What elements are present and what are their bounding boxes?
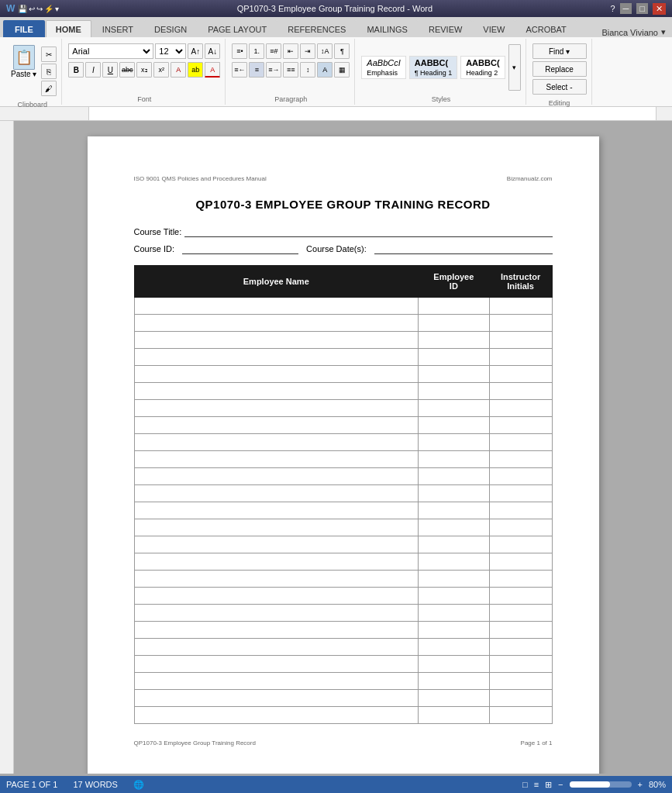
tab-acrobat[interactable]: ACROBAT	[515, 20, 576, 37]
bold-button[interactable]: B	[68, 62, 84, 78]
style-heading1[interactable]: AABBC(¶ Heading 1	[409, 56, 457, 79]
table-header-row: Employee Name EmployeeID InstructorIniti…	[134, 266, 552, 298]
cell-employee-id	[419, 468, 490, 485]
maximize-button[interactable]: □	[636, 3, 648, 14]
font-color-button[interactable]: A	[205, 62, 220, 78]
cell-instructor-initials	[489, 519, 552, 536]
copy-button[interactable]: ⎘	[41, 64, 57, 79]
table-row	[134, 468, 552, 485]
tab-home[interactable]: HOME	[46, 20, 91, 37]
cell-employee-name	[134, 468, 419, 485]
course-dates-label: Course Date(s):	[306, 244, 367, 253]
word-count: 17 WORDS	[73, 780, 117, 789]
cell-employee-name	[134, 298, 419, 315]
numbering-button[interactable]: 1.	[249, 43, 264, 59]
tab-design[interactable]: DESIGN	[144, 20, 197, 37]
cell-employee-id	[419, 605, 490, 622]
tab-mailings[interactable]: MAILINGS	[357, 20, 418, 37]
style-emphasis[interactable]: AaBbCcIEmphasis	[361, 56, 405, 79]
decrease-indent-button[interactable]: ⇤	[283, 43, 298, 59]
main-area: ISO 9001 QMS Policies and Procedures Man…	[0, 121, 672, 774]
highlight-button[interactable]: ab	[188, 62, 203, 78]
view-icon-2[interactable]: ≡	[534, 780, 539, 789]
cell-employee-name	[134, 519, 419, 536]
show-formatting-button[interactable]: ¶	[334, 43, 350, 59]
borders-button[interactable]: ▦	[334, 62, 350, 78]
tab-references[interactable]: REFERENCES	[277, 20, 356, 37]
cell-employee-id	[419, 349, 490, 366]
cell-employee-id	[419, 707, 490, 724]
bullets-button[interactable]: ≡•	[232, 43, 247, 59]
multilevel-button[interactable]: ≡#	[266, 43, 281, 59]
tab-review[interactable]: REVIEW	[419, 20, 472, 37]
paste-button[interactable]: 📋 Paste ▾	[8, 43, 40, 80]
footer-left: QP1070-3 Employee Group Training Record	[134, 740, 256, 746]
cell-instructor-initials	[489, 349, 552, 366]
strikethrough-button[interactable]: abc	[119, 62, 135, 78]
justify-button[interactable]: ≡≡	[283, 62, 298, 78]
replace-button[interactable]: Replace	[532, 61, 587, 77]
style-heading2[interactable]: AABBC(Heading 2	[460, 56, 505, 79]
course-dates-line	[374, 243, 553, 254]
align-left-button[interactable]: ≡←	[232, 62, 247, 78]
help-button[interactable]: ?	[610, 4, 615, 13]
status-right: □ ≡ ⊞ − + 80%	[522, 780, 666, 790]
zoom-plus[interactable]: +	[638, 780, 643, 789]
cut-button[interactable]: ✂	[41, 47, 57, 62]
align-center-button[interactable]: ≡	[249, 62, 264, 78]
view-icon-1[interactable]: □	[522, 780, 528, 789]
format-painter-button[interactable]: 🖌	[41, 81, 57, 96]
page-footer: QP1070-3 Employee Group Training Record …	[134, 740, 553, 746]
cell-employee-id	[419, 366, 490, 383]
cell-employee-name	[134, 553, 419, 571]
italic-button[interactable]: I	[85, 62, 101, 78]
table-body	[134, 298, 552, 724]
increase-indent-button[interactable]: ⇥	[300, 43, 315, 59]
paragraph-group: ≡• 1. ≡# ⇤ ⇥ ↕A ¶ ≡← ≡ ≡→ ≡≡ ↕ A ▦ Parag…	[227, 39, 355, 105]
cell-employee-id	[419, 485, 490, 502]
cell-instructor-initials	[489, 315, 552, 332]
cell-employee-name	[134, 417, 419, 434]
font-grow-button[interactable]: A↑	[188, 43, 203, 59]
shading-button[interactable]: A	[317, 62, 333, 78]
cell-instructor-initials	[489, 571, 552, 588]
document-area[interactable]: ISO 9001 QMS Policies and Procedures Man…	[14, 121, 672, 774]
zoom-level: 80%	[649, 780, 666, 789]
cell-instructor-initials	[489, 383, 552, 400]
cell-employee-id	[419, 553, 490, 571]
course-title-line	[184, 226, 552, 237]
view-icon-3[interactable]: ⊞	[545, 780, 552, 790]
title-bar: W 💾 ↩ ↪ ⚡ ▾ QP1070-3 Employee Group Trai…	[0, 0, 672, 17]
zoom-minus[interactable]: −	[558, 780, 563, 789]
tab-file[interactable]: FILE	[3, 20, 45, 37]
font-size-select[interactable]: 12	[155, 43, 186, 59]
align-right-button[interactable]: ≡→	[266, 62, 281, 78]
status-bar: PAGE 1 OF 1 17 WORDS 🌐 □ ≡ ⊞ − + 80%	[0, 776, 672, 793]
text-effects-button[interactable]: A	[171, 62, 186, 78]
table-row	[134, 502, 552, 519]
line-spacing-button[interactable]: ↕	[300, 62, 315, 78]
window-title: QP1070-3 Employee Group Training Record …	[59, 4, 610, 13]
table-row	[134, 553, 552, 571]
subscript-button[interactable]: x₂	[136, 62, 152, 78]
find-button[interactable]: Find ▾	[532, 43, 587, 59]
zoom-bar[interactable]	[570, 781, 632, 788]
table-row	[134, 588, 552, 605]
cell-employee-name	[134, 571, 419, 588]
font-shrink-button[interactable]: A↓	[205, 43, 220, 59]
minimize-button[interactable]: ─	[620, 3, 632, 14]
cell-employee-id	[419, 588, 490, 605]
cell-employee-id	[419, 519, 490, 536]
close-button[interactable]: ✕	[653, 3, 666, 15]
tab-insert[interactable]: INSERT	[92, 20, 143, 37]
styles-more-button[interactable]: ▾	[508, 44, 521, 91]
table-row	[134, 383, 552, 400]
cell-instructor-initials	[489, 553, 552, 571]
tab-view[interactable]: VIEW	[473, 20, 515, 37]
superscript-button[interactable]: x²	[153, 62, 169, 78]
tab-page-layout[interactable]: PAGE LAYOUT	[198, 20, 277, 37]
sort-button[interactable]: ↕A	[317, 43, 333, 59]
underline-button[interactable]: U	[102, 62, 118, 78]
font-name-select[interactable]: Arial	[68, 43, 153, 59]
select-button[interactable]: Select -	[532, 79, 587, 95]
